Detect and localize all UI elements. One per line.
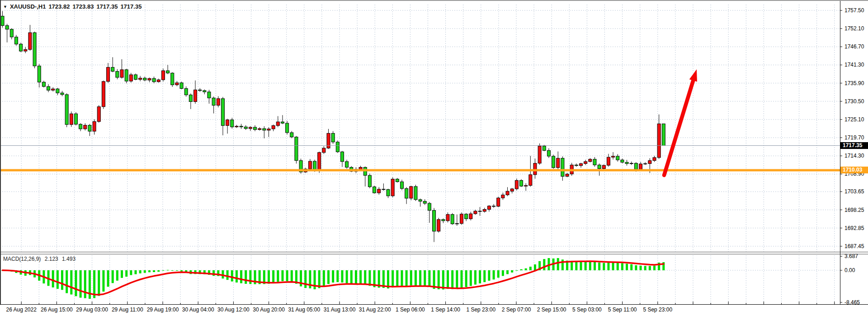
macd-histogram-bar	[272, 270, 274, 283]
candle-body	[644, 163, 647, 164]
macd-histogram-bar	[428, 270, 430, 287]
macd-histogram-bar	[497, 270, 500, 278]
candle-body	[226, 120, 229, 126]
macd-histogram-bar	[603, 263, 605, 270]
macd-histogram-bar	[245, 270, 247, 284]
candle-body	[24, 49, 27, 51]
candle-body	[120, 70, 123, 77]
candle-body	[97, 107, 100, 122]
time-axis-label: 5 Sep 11:00	[608, 306, 637, 313]
macd-histogram-bar	[112, 270, 114, 283]
trend-arrow-head[interactable]	[689, 69, 697, 81]
price-axis-label: 1714.30	[844, 153, 864, 159]
hline-price-badge: 1710.03	[840, 167, 868, 173]
macd-histogram-bar	[355, 270, 357, 284]
macd-histogram-bar	[470, 270, 472, 286]
candle-body	[116, 72, 119, 77]
price-axis-label: 1687.45	[844, 243, 864, 249]
macd-histogram-bar	[268, 270, 270, 284]
candle-body	[616, 156, 619, 160]
candle-body	[400, 182, 403, 188]
trend-arrow-shaft[interactable]	[664, 78, 694, 175]
macd-histogram-bar	[653, 266, 656, 270]
candle-body	[84, 125, 87, 129]
macd-histogram-bar	[465, 270, 467, 287]
candle-body	[47, 86, 50, 90]
macd-histogram-bar	[116, 270, 118, 281]
time-axis-label: 29 Aug 11:00	[112, 306, 143, 313]
candle-body	[208, 92, 211, 98]
candle-body	[33, 33, 36, 66]
price-axis-label: 1703.65	[844, 188, 864, 195]
chart-canvas[interactable]	[0, 0, 868, 305]
candle-body	[189, 95, 192, 102]
time-axis-label: 1 Sep 06:00	[396, 306, 425, 313]
macd-histogram-bar	[98, 270, 100, 296]
candle-body	[281, 122, 284, 123]
candle-body	[442, 220, 445, 221]
price-axis[interactable]: 1757.501752.101746.701741.301735.901730.…	[842, 0, 868, 305]
candle-body	[56, 89, 59, 93]
macd-histogram-bar	[520, 269, 523, 270]
candle-body	[621, 160, 624, 162]
symbol-dropdown-icon[interactable]: ▼	[3, 5, 7, 9]
macd-histogram-bar	[488, 270, 490, 281]
macd-histogram-bar	[580, 261, 582, 270]
macd-histogram-bar	[134, 270, 137, 274]
macd-histogram-bar	[249, 270, 251, 284]
time-axis-label: 30 Aug 04:00	[182, 306, 214, 313]
candle-body	[249, 127, 252, 129]
macd-histogram-bar	[162, 270, 164, 271]
macd-histogram-bar	[364, 270, 366, 285]
candle-body	[254, 127, 257, 129]
macd-histogram-bar	[341, 270, 343, 282]
candle-body	[524, 186, 528, 186]
time-axis[interactable]: 26 Aug 202226 Aug 15:0029 Aug 03:0029 Au…	[0, 305, 868, 316]
macd-name: MACD(12,26,9)	[3, 256, 41, 262]
macd-histogram-bar	[368, 270, 371, 286]
candle-body	[318, 153, 321, 171]
candle-body	[373, 187, 376, 193]
ohlc-open: 1723.82	[48, 3, 70, 10]
candle-body	[263, 129, 266, 130]
candle-body	[267, 129, 270, 130]
candle-body	[575, 165, 578, 165]
candle-body	[533, 163, 537, 175]
macd-histogram-bar	[336, 270, 339, 282]
macd-histogram-bar	[277, 270, 279, 282]
macd-value: 2.123	[45, 256, 58, 262]
candle-body	[79, 124, 82, 129]
macd-indicator-label: MACD(12,26,9) 2.123 1.493	[3, 256, 78, 262]
candle-body	[244, 127, 247, 129]
candle-body	[65, 95, 68, 124]
macd-histogram-bar	[424, 270, 426, 286]
macd-histogram-bar	[456, 270, 458, 289]
candle-body	[368, 175, 371, 187]
candle-body	[161, 71, 165, 80]
macd-histogram-bar	[226, 270, 229, 280]
candle-body	[557, 158, 560, 168]
macd-signal-value: 1.493	[62, 256, 75, 262]
candle-body	[469, 214, 472, 219]
macd-histogram-bar	[534, 264, 536, 270]
candle-body	[584, 162, 587, 163]
macd-histogram-bar	[419, 270, 421, 286]
candle-body	[148, 78, 151, 80]
candle-body	[639, 164, 642, 169]
candle-body	[143, 78, 146, 80]
macd-histogram-bar	[171, 270, 174, 271]
price-axis-label: 1752.10	[844, 25, 864, 32]
candle-body	[93, 121, 96, 131]
macd-histogram-bar	[474, 270, 476, 285]
price-axis-label: 1692.85	[844, 225, 864, 231]
candle-body	[657, 124, 660, 158]
candle-body	[308, 161, 311, 169]
candle-body	[653, 158, 656, 161]
macd-histogram-bar	[529, 267, 532, 270]
candle-body	[520, 181, 523, 187]
candle-body	[662, 124, 665, 145]
candle-body	[111, 67, 114, 72]
candle-body	[340, 152, 344, 162]
macd-histogram-bar	[231, 270, 233, 282]
candle-body	[387, 190, 390, 196]
